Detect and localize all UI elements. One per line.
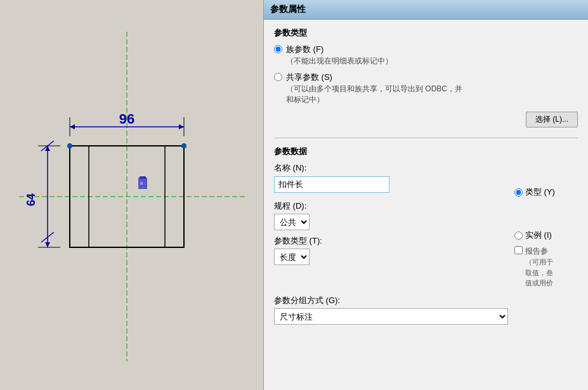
dialog-content: 参数类型 族参数 (F) （不能出现在明细表或标记中） 共享参数 (S) （可以… [264, 20, 588, 390]
shared-param-label: 共享参数 (S) [286, 72, 462, 83]
name-input[interactable] [274, 176, 389, 193]
discipline-select[interactable]: 公共 [274, 214, 310, 230]
cad-svg: 96 64 ≡ [0, 0, 263, 390]
instance-radio[interactable] [514, 231, 523, 240]
instance-radio-label: 实例 (I) [525, 230, 552, 241]
svg-rect-23 [140, 176, 146, 179]
shared-param-radio[interactable] [274, 73, 282, 81]
cad-drawing-panel: 96 64 ≡ [0, 0, 263, 390]
param-type-radio-group: 族参数 (F) （不能出现在明细表或标记中） 共享参数 (S) （可以由多个项目… [274, 44, 578, 105]
report-text: 报告参 （可用于取值，叁值或用价 [525, 246, 553, 289]
family-param-text: 族参数 (F) （不能出现在明细表或标记中） [286, 44, 393, 67]
select-button[interactable]: 选择 (L)... [526, 112, 578, 127]
param-group-select[interactable]: 尺寸标注 [274, 308, 508, 325]
instance-radio-option[interactable]: 实例 (I) [514, 230, 578, 241]
type-radio-option[interactable]: 类型 (Y) [514, 186, 578, 198]
param-data-section: 参数数据 名称 (N): 规程 (D): 公共 [274, 146, 578, 325]
shared-param-sub: （可以由多个项目和族共享，可以导出到 ODBC，并和标记中） [286, 84, 462, 105]
type-instance-options: 类型 (Y) 实例 (I) 报告参 （可用于取值，叁值或用价 [514, 162, 578, 289]
name-field-label: 名称 (N): [274, 162, 508, 174]
report-checkbox[interactable] [514, 246, 523, 254]
dialog-title: 参数属性 [264, 0, 588, 20]
discipline-label: 规程 (D): [274, 200, 503, 212]
type-radio[interactable] [514, 188, 523, 197]
param-group-label: 参数分组方式 (G): [274, 295, 573, 306]
select-button-container: 选择 (L)... [274, 112, 578, 127]
param-type-select[interactable]: 长度 [274, 249, 310, 265]
svg-text:≡: ≡ [140, 181, 143, 186]
family-param-sub: （不能出现在明细表或标记中） [286, 56, 393, 67]
svg-text:64: 64 [25, 193, 37, 206]
svg-rect-0 [0, 0, 263, 390]
section-divider [274, 138, 578, 138]
param-type-field-label: 参数类型 (T): [274, 235, 503, 247]
svg-point-12 [181, 143, 186, 148]
param-data-section-label: 参数数据 [274, 146, 578, 157]
report-checkbox-option[interactable]: 报告参 （可用于取值，叁值或用价 [514, 246, 578, 289]
family-param-option[interactable]: 族参数 (F) （不能出现在明细表或标记中） [274, 44, 578, 67]
dialog-title-text: 参数属性 [270, 4, 306, 14]
shared-param-option[interactable]: 共享参数 (S) （可以由多个项目和族共享，可以导出到 ODBC，并和标记中） [274, 72, 578, 105]
family-param-radio[interactable] [274, 45, 282, 53]
shared-param-text: 共享参数 (S) （可以由多个项目和族共享，可以导出到 ODBC，并和标记中） [286, 72, 462, 105]
family-param-label: 族参数 (F) [286, 44, 393, 55]
svg-text:96: 96 [119, 111, 134, 127]
svg-point-11 [67, 143, 72, 148]
parameter-properties-dialog: 参数属性 参数类型 族参数 (F) （不能出现在明细表或标记中） 共享参数 (S… [263, 0, 588, 390]
type-radio-label: 类型 (Y) [525, 186, 555, 198]
param-type-section-label: 参数类型 [274, 27, 578, 39]
